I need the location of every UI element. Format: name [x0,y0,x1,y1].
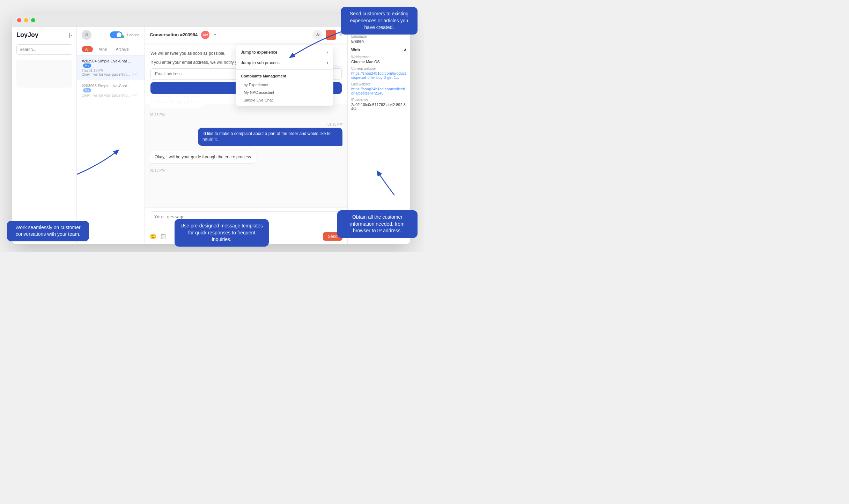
online-toggle[interactable]: 1 online [110,31,140,38]
rs-webbrowser-value: Chrome Mac OS [351,60,407,64]
rs-ip-label: IP address [351,98,407,102]
msg-time-2: 01:15 PM [150,113,165,117]
rs-web-section: Web ∧ Webbrowser Chrome Mac OS Current w… [351,47,407,111]
sidebar: LoyJoy |- Live [12,27,77,244]
conv-filter: All Mine Archive [77,43,145,55]
conv-title-1: #203964 Simple Live-Chat ... Me [82,59,140,67]
conv-title-2: #203963 Simple Live-Chat ... Me [82,84,140,92]
callout-bottom-right: Obtain all the customer information need… [337,210,418,238]
sidebar-nav-section [16,60,72,88]
msg-row-4: Okay, I will be your guide through the e… [150,151,342,174]
dropdown-sub-1[interactable]: by Experience [236,81,333,89]
dropdown-sub-2[interactable]: My NPC assistant [236,89,333,96]
dropdown-divider [236,69,333,70]
filter-all-button[interactable]: All [82,46,93,52]
chevron-up-icon[interactable]: ∧ [404,47,407,52]
conv-header: 1 online [77,27,145,43]
svg-point-0 [86,33,88,35]
msg-time-4: 01:16 PM [150,168,165,172]
maximize-button[interactable] [31,18,35,22]
dropdown-overlay: Jump to experience › Jump to sub process… [236,45,333,106]
browser-window: LoyJoy |- Live [12,14,410,244]
input-icons: 🙂 📋 [150,233,167,240]
rs-current-website-value: https://shop24b1cd.com/products/special-… [351,71,407,80]
conv-item-2[interactable]: #203963 Simple Live-Chat ... Me Okay, I … [77,80,145,101]
rs-ip-value: 2a02:10fc0e511762-ab42:892:84f4 [351,103,407,111]
msg-bubble-agent-2: Okay, I will be your guide through the e… [150,151,257,164]
chat-area: Conversation #203964 SW ≡ [145,27,347,244]
rs-webbrowser-label: Webbrowser [351,55,407,59]
conversations-panel: 1 online All Mine Archive #203964 Simple… [77,27,145,244]
msg-bubble-user-2: Id like to make a complaint about a part… [198,128,342,146]
dropdown-sub-3[interactable]: Simple Live Chat [236,96,333,104]
chat-header: Conversation #203964 SW ≡ [145,27,347,43]
rs-language-label: Language [351,35,407,38]
filter-archive-button[interactable]: Archive [112,46,132,52]
minimize-button[interactable] [24,18,28,22]
logo-text: LoyJoy [16,31,38,39]
msg-row-3: 01:15 PM Id like to make a complaint abo… [150,120,342,149]
rs-last-website-value: https://shop24b1cd.com/collections/bests… [351,87,407,95]
rs-last-website-label: Last website [351,82,407,86]
dropdown-jump-experience[interactable]: Jump to experience › [236,47,333,58]
rs-language-value: English [351,39,407,43]
chat-user-avatar: SW [201,31,209,39]
conv-preview-2: Okay, I will be your guide thro... ✓✓ [82,93,140,97]
toggle-pill[interactable] [110,31,123,38]
online-count-text: 1 online [126,33,140,37]
logo: LoyJoy |- [16,31,72,39]
svg-point-1 [317,33,318,35]
msg-time-3: 01:15 PM [327,122,342,126]
conv-list: #203964 Simple Live-Chat ... Me Thu 01:1… [77,55,145,244]
callout-top-right: Send customers to existing experiences o… [341,7,418,35]
emoji-icon[interactable]: 🙂 [150,233,156,240]
template-icon[interactable]: 📋 [160,233,167,240]
callout-bottom-center: Use pre-designed message templates for q… [175,219,269,247]
conv-item-1[interactable]: #203964 Simple Live-Chat ... Me Thu 01:1… [77,55,145,80]
close-button[interactable] [17,18,21,22]
chevron-down-icon[interactable] [213,33,217,37]
rs-current-website-label: Current website [351,67,407,70]
user-avatar-icon [82,30,91,40]
dropdown-jump-subprocess[interactable]: Jump to sub process › [236,58,333,68]
conv-preview-1: Okay, I will be your guide thro... ✓✓ [82,73,140,76]
dropdown-right-header: Complaints Management [236,71,333,81]
assign-icon[interactable] [313,30,323,40]
filter-mine-button[interactable]: Mine [95,46,110,52]
rs-web-header: Web ∧ [351,47,407,52]
callout-bottom-left: Work seamlessly on customer conversation… [7,221,89,241]
sidebar-collapse-icon[interactable]: |- [69,32,72,38]
chat-title: Conversation #203964 [150,32,198,37]
conv-time-1: Thu 01:16 PM [82,69,140,73]
status-square[interactable] [326,30,336,40]
search-input[interactable] [16,44,72,55]
